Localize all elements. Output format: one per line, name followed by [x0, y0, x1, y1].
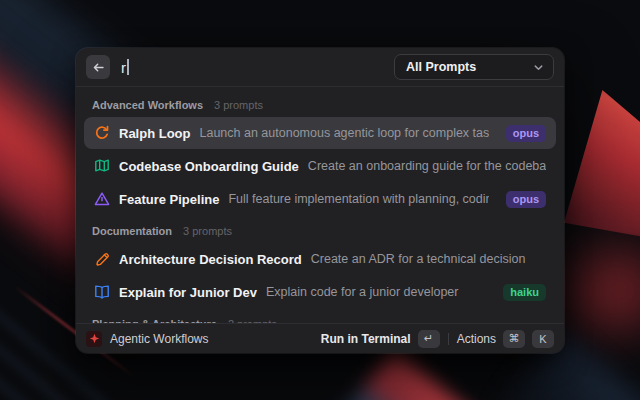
run-in-terminal-action[interactable]: Run in Terminal ↵ [321, 330, 440, 348]
k-keycap: K [532, 330, 554, 348]
list-item[interactable]: Architecture Decision RecordCreate an AD… [84, 243, 556, 275]
map-icon [94, 158, 110, 174]
item-title: Ralph Loop [119, 126, 191, 141]
item-title: Feature Pipeline [119, 192, 219, 207]
divider [448, 333, 449, 345]
extension-icon [86, 331, 102, 347]
command-palette-window: r All Prompts Advanced Workflows3 prompt… [76, 48, 564, 353]
desktop-background: r All Prompts Advanced Workflows3 prompt… [0, 0, 640, 400]
results-list: Advanced Workflows3 promptsRalph LoopLau… [76, 87, 564, 323]
model-badge: haiku [503, 284, 546, 301]
extension-name: Agentic Workflows [110, 332, 208, 346]
text-cursor [127, 59, 129, 75]
model-badge: opus [506, 191, 546, 208]
filter-label: All Prompts [406, 60, 476, 74]
section-header: Planning & Architecture2 prompts [84, 309, 556, 323]
enter-keycap: ↵ [418, 330, 440, 348]
actions-label: Actions [457, 332, 496, 346]
item-title: Architecture Decision Record [119, 252, 302, 267]
item-subtitle: Launch an autonomous agentic loop for co… [200, 126, 489, 140]
book-icon [94, 284, 110, 300]
item-subtitle: Create an onboarding guide for the codeb… [308, 159, 546, 173]
section-count: 3 prompts [214, 99, 263, 111]
chevron-down-icon [533, 62, 544, 73]
search-input[interactable]: r [121, 59, 383, 76]
back-button[interactable] [86, 55, 110, 79]
footer-actions: Run in Terminal ↵ Actions ⌘ K [321, 330, 554, 348]
search-bar: r All Prompts [76, 48, 564, 86]
section-label: Documentation [92, 225, 172, 237]
search-text: r [121, 59, 126, 76]
item-title: Codebase Onboarding Guide [119, 159, 299, 174]
arrow-left-icon [92, 61, 105, 74]
section-label: Advanced Workflows [92, 99, 203, 111]
cmd-keycap: ⌘ [503, 330, 525, 348]
loop-icon [94, 125, 110, 141]
prompts-filter-dropdown[interactable]: All Prompts [394, 54, 554, 80]
section-count: 3 prompts [183, 225, 232, 237]
pencil-icon [94, 251, 110, 267]
prism-icon [94, 191, 110, 207]
list-item[interactable]: Explain for Junior DevExplain code for a… [84, 276, 556, 308]
wallpaper-shape [331, 348, 640, 400]
list-item[interactable]: Feature PipelineFull feature implementat… [84, 183, 556, 215]
item-subtitle: Explain code for a junior developer [266, 285, 486, 299]
section-header: Advanced Workflows3 prompts [84, 90, 556, 117]
item-subtitle: Create an ADR for a technical decision [311, 252, 546, 266]
list-item[interactable]: Ralph LoopLaunch an autonomous agentic l… [84, 117, 556, 149]
list-item[interactable]: Codebase Onboarding GuideCreate an onboa… [84, 150, 556, 182]
item-title: Explain for Junior Dev [119, 285, 257, 300]
section-header: Documentation3 prompts [84, 216, 556, 243]
item-subtitle: Full feature implementation with plannin… [228, 192, 488, 206]
run-in-terminal-label: Run in Terminal [321, 332, 411, 346]
model-badge: opus [506, 125, 546, 142]
footer-bar: Agentic Workflows Run in Terminal ↵ Acti… [76, 324, 564, 353]
actions-menu-button[interactable]: Actions ⌘ K [457, 330, 554, 348]
wallpaper-shape [552, 82, 640, 242]
